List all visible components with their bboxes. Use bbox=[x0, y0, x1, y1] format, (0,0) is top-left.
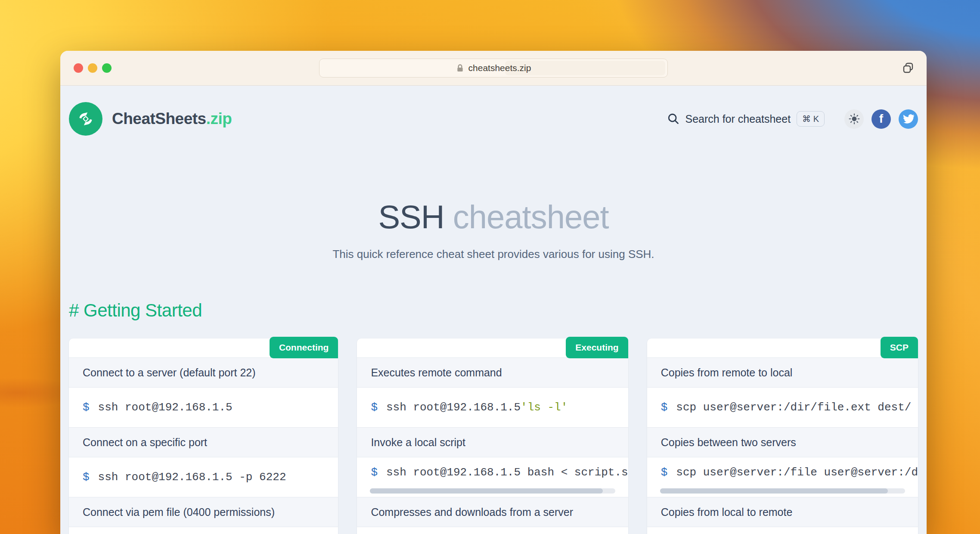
horizontal-scrollbar[interactable] bbox=[370, 488, 615, 494]
command-code-row[interactable]: $ssh root@192.168.1.5 -p 6222 bbox=[69, 457, 338, 497]
desktop-background: cheatsheets.zip bbox=[0, 0, 980, 534]
prompt-symbol: $ bbox=[371, 401, 378, 414]
cheatsheet-card: ConnectingConnect to a server (default p… bbox=[69, 338, 338, 534]
theme-toggle-button[interactable] bbox=[844, 109, 864, 129]
minimize-window-button[interactable] bbox=[88, 63, 97, 73]
prompt-symbol: $ bbox=[371, 466, 378, 479]
command-code-row[interactable]: $scp user@server:/file user@server:/d bbox=[647, 457, 918, 497]
search-icon bbox=[667, 113, 679, 125]
header-actions: Search for cheatsheet ⌘ K bbox=[667, 109, 918, 129]
section-heading-getting-started: # Getting Started bbox=[69, 300, 918, 321]
command-description-row: Compresses and downloads from a server bbox=[357, 497, 628, 527]
search-button[interactable]: Search for cheatsheet ⌘ K bbox=[667, 111, 825, 127]
command-description-row: Invoke a local script bbox=[357, 427, 628, 457]
cheatsheet-card: ExecutingExecutes remote command$ssh roo… bbox=[357, 338, 628, 534]
cheatsheet-card: SCPCopies from remote to local$scp user@… bbox=[647, 338, 918, 534]
command-description-row: Connect to a server (default port 22) bbox=[69, 357, 338, 388]
prompt-symbol: $ bbox=[661, 401, 668, 414]
twitter-button[interactable] bbox=[899, 109, 918, 129]
page-title-main: SSH bbox=[378, 199, 444, 235]
address-bar[interactable]: cheatsheets.zip bbox=[319, 59, 668, 78]
prompt-symbol: $ bbox=[83, 471, 90, 484]
command-description-row: Executes remote command bbox=[357, 357, 628, 388]
page-title-sub: cheatsheet bbox=[453, 199, 609, 235]
page-content: CheatSheets.zip Search for cheatsheet ⌘ … bbox=[60, 86, 927, 534]
command-text: ssh root@192.168.1.5 bash < script.s bbox=[386, 466, 628, 479]
command-description-row: Copies from local to remote bbox=[647, 497, 918, 527]
address-bar-secondary-zone bbox=[505, 61, 665, 75]
cheatsheet-cards-grid: ConnectingConnect to a server (default p… bbox=[69, 338, 918, 534]
brand-tld: .zip bbox=[206, 110, 232, 127]
command-code-row[interactable] bbox=[69, 527, 338, 534]
command-text: ssh root@192.168.1.5 bbox=[98, 401, 233, 414]
command-text: ssh root@192.168.1.5 bbox=[386, 401, 521, 414]
page-title: SSH cheatsheet bbox=[69, 199, 918, 236]
card-category-badge[interactable]: Connecting bbox=[270, 337, 338, 358]
command-text: scp user@server:/file user@server:/d bbox=[676, 466, 918, 479]
hero: SSH cheatsheet This quick reference chea… bbox=[69, 199, 918, 261]
browser-titlebar: cheatsheets.zip bbox=[60, 51, 927, 86]
traffic-lights bbox=[74, 63, 112, 73]
facebook-icon: f bbox=[879, 112, 883, 126]
keyboard-shortcut-badge: ⌘ K bbox=[797, 111, 825, 127]
command-code-row[interactable]: $scp user@server:/dir/file.ext dest/ bbox=[647, 388, 918, 427]
command-text: scp user@server:/dir/file.ext dest/ bbox=[676, 401, 911, 414]
prompt-symbol: $ bbox=[83, 401, 90, 414]
copy-tabs-button[interactable] bbox=[901, 61, 915, 75]
site-header: CheatSheets.zip Search for cheatsheet ⌘ … bbox=[69, 86, 918, 136]
copy-tabs-icon bbox=[902, 62, 915, 75]
prompt-symbol: $ bbox=[661, 466, 668, 479]
sun-icon bbox=[849, 113, 860, 124]
command-code-row[interactable]: $ssh root@192.168.1.5 'ls -l' bbox=[357, 388, 628, 427]
browser-window: cheatsheets.zip bbox=[60, 51, 927, 534]
command-description-row: Copies from remote to local bbox=[647, 357, 918, 388]
scrollbar-thumb[interactable] bbox=[370, 488, 603, 494]
command-description-row: Connect on a specific port bbox=[69, 427, 338, 457]
lock-icon bbox=[456, 63, 464, 73]
facebook-button[interactable]: f bbox=[871, 109, 891, 129]
command-code-row[interactable] bbox=[357, 527, 628, 534]
command-text: 'ls -l' bbox=[521, 401, 568, 414]
scrollbar-thumb[interactable] bbox=[660, 488, 888, 494]
card-category-badge[interactable]: Executing bbox=[566, 337, 628, 358]
cheatsheets-logo-icon bbox=[69, 102, 102, 136]
command-code-row[interactable] bbox=[647, 527, 918, 534]
command-code-row[interactable]: $ssh root@192.168.1.5 bash < script.s bbox=[357, 457, 628, 497]
twitter-bird-icon bbox=[903, 113, 914, 124]
command-code-row[interactable]: $ssh root@192.168.1.5 bbox=[69, 388, 338, 427]
command-text: ssh root@192.168.1.5 -p 6222 bbox=[98, 471, 286, 484]
brand-name: CheatSheets.zip bbox=[112, 110, 232, 128]
brand-home-link[interactable]: CheatSheets.zip bbox=[69, 102, 232, 136]
card-category-badge[interactable]: SCP bbox=[881, 337, 918, 358]
zoom-window-button[interactable] bbox=[102, 63, 112, 73]
close-window-button[interactable] bbox=[74, 63, 83, 73]
search-label: Search for cheatsheet bbox=[685, 113, 791, 125]
command-description-row: Copies between two servers bbox=[647, 427, 918, 457]
horizontal-scrollbar[interactable] bbox=[660, 488, 905, 494]
page-description: This quick reference cheat sheet provide… bbox=[69, 248, 918, 261]
command-description-row: Connect via pem file (0400 permissions) bbox=[69, 497, 338, 527]
